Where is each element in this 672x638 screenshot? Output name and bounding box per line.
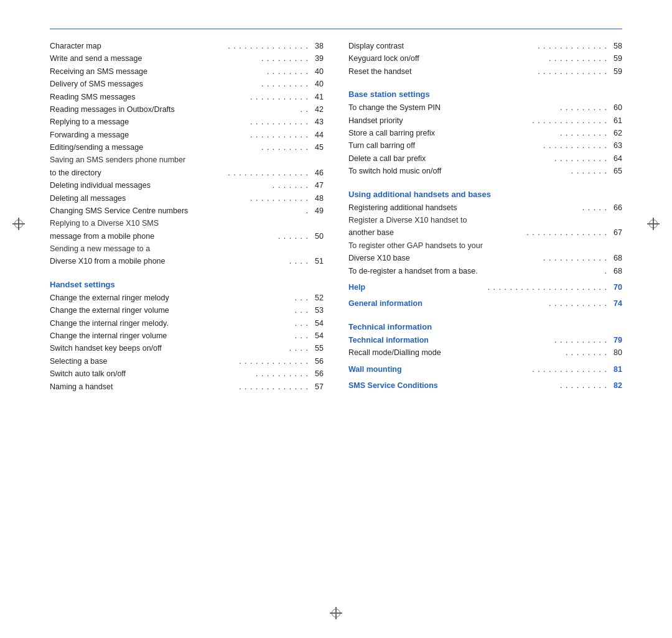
entry-dots: . . . . . . . . . [179, 53, 310, 65]
entry-text: Turn call barring off [348, 140, 477, 152]
entry-text: Recall mode/Dialling mode [348, 347, 477, 359]
toc-section-heading: Using additional handsets and bases [348, 188, 622, 201]
entry-text: Registering additional handsets [348, 202, 477, 214]
page: Character map . . . . . . . . . . . . . … [0, 0, 672, 638]
toc-entry: Reading messages in Outbox/Drafts . . 42 [50, 104, 324, 116]
toc-section-heading: Technical information [348, 321, 622, 333]
toc-entry: Selecting a base . . . . . . . . . . . .… [50, 356, 324, 368]
entry-text: Change the external ringer volume [50, 305, 179, 317]
toc-entry: Turn call barring off . . . . . . . . . … [348, 140, 622, 152]
toc-entry: Change the internal ringer melody. . . .… [50, 318, 324, 330]
toc-section-heading: Handset settings [50, 279, 324, 291]
entry-text: SMS Service Conditions [348, 380, 477, 392]
toc-entry: To register other GAP handsets to your [348, 240, 622, 252]
entry-dots: . . . . . . . . . . . [477, 53, 609, 65]
entry-text: Change the internal ringer volume [50, 330, 179, 342]
toc-entry: Wall mounting . . . . . . . . . . . . . … [348, 364, 622, 376]
entry-page: 56 [310, 356, 324, 368]
entry-dots: . . . . . . . . . . . . . [477, 66, 609, 78]
entry-page: 41 [310, 91, 324, 103]
entry-text: Editing/sending a message [50, 142, 179, 154]
toc-entry: Technical information . . . . . . . . . … [348, 335, 622, 346]
entry-dots: . . . . . . [179, 231, 310, 243]
entry-page: 50 [310, 231, 324, 243]
entry-text: Forwarding a message [50, 129, 179, 141]
entry-page: 42 [310, 104, 324, 116]
entry-page: 49 [310, 205, 324, 217]
entry-page: 54 [310, 318, 324, 330]
toc-entry: Diverse X10 base . . . . . . . . . . . .… [348, 252, 622, 264]
right-column: Display contrast . . . . . . . . . . . .… [348, 40, 622, 394]
entry-dots: . . [179, 104, 310, 116]
entry-page: 45 [310, 142, 324, 154]
entry-dots: . . . . . . . . . [179, 78, 310, 90]
entry-page: 80 [609, 347, 622, 359]
entry-dots: . . . . . . . . . . . [477, 298, 609, 310]
entry-text: Change the external ringer melody [50, 292, 179, 304]
toc-entry: Saving an SMS senders phone number [50, 154, 324, 166]
toc-entry: Deleting individual messages . . . . . .… [50, 180, 324, 192]
entry-text: Reading SMS messages [50, 91, 179, 103]
entry-text: Technical information [348, 335, 477, 346]
toc-entry: Change the external ringer volume . . . … [50, 305, 324, 317]
entry-dots: . . . . . . . [179, 180, 310, 192]
entry-dots: . . . . . . . . . . . [179, 116, 310, 128]
toc-entry: Delete a call bar prefix . . . . . . . .… [348, 153, 622, 165]
entry-dots: . . . . . . . . [179, 66, 310, 78]
entry-text: To switch hold music on/off [348, 165, 477, 177]
entry-text: Sending a new message to a [50, 243, 324, 255]
toc-entry: Store a call barring prefix . . . . . . … [348, 127, 622, 139]
entry-text: To change the System PIN [348, 102, 477, 114]
toc-entry: message from a mobile phone . . . . . . … [50, 231, 324, 243]
entry-text: Diverse X10 from a mobile phone [50, 256, 179, 267]
entry-text: Register a Diverse X10 handset to [348, 215, 622, 226]
entry-text: Receiving an SMS message [50, 66, 179, 78]
page-header [0, 6, 672, 24]
entry-page: 58 [609, 40, 622, 52]
top-header [0, 0, 672, 6]
entry-page: 43 [310, 116, 324, 128]
entry-page: 59 [609, 66, 622, 78]
toc-entry: Reset the handset . . . . . . . . . . . … [348, 66, 622, 78]
entry-text: Character map [50, 40, 179, 52]
entry-text: another base [348, 227, 477, 239]
entry-dots: . . . . . . . . . . . . . . . [179, 40, 310, 52]
toc-entry: Sending a new message to a [50, 243, 324, 255]
toc-entry: To de-register a handset from a base. . … [348, 266, 622, 277]
entry-dots: . . . . . . . . [477, 347, 609, 359]
toc-entry: To change the System PIN . . . . . . . .… [348, 102, 622, 114]
entry-text: message from a mobile phone [50, 231, 179, 243]
entry-text: Keyguard lock on/off [348, 53, 477, 65]
entry-dots: . [188, 205, 310, 217]
toc-entry: Deleting all messages . . . . . . . . . … [50, 193, 324, 205]
entry-page: 40 [310, 66, 324, 78]
entry-page: 40 [310, 78, 324, 90]
entry-page: 68 [609, 252, 622, 264]
entry-text: Change the internal ringer melody. [50, 318, 179, 330]
toc-entry: Change the external ringer melody . . . … [50, 292, 324, 304]
entry-text: Deleting individual messages [50, 180, 179, 192]
toc-section-heading: Base station settings [348, 88, 622, 101]
entry-page: 61 [609, 115, 622, 127]
entry-dots: . . . [179, 305, 310, 317]
entry-text: Switch auto talk on/off [50, 368, 179, 380]
entry-text: Deleting all messages [50, 193, 179, 205]
entry-page: 55 [310, 343, 324, 354]
toc-entry: Diverse X10 from a mobile phone . . . . … [50, 256, 324, 267]
entry-text: Delete a call bar prefix [348, 153, 477, 165]
crosshair-left [12, 218, 25, 230]
entry-dots: . . . . . . . [477, 165, 609, 177]
entry-text: Delivery of SMS messages [50, 78, 179, 90]
toc-entry: Switch auto talk on/off . . . . . . . . … [50, 368, 324, 380]
toc-entry: Forwarding a message . . . . . . . . . .… [50, 129, 324, 141]
toc-entry: Editing/sending a message . . . . . . . … [50, 142, 324, 154]
toc-entry: To switch hold music on/off . . . . . . … [348, 165, 622, 177]
toc-content: Character map . . . . . . . . . . . . . … [0, 40, 672, 394]
entry-page: 54 [310, 330, 324, 342]
entry-dots: . . . . . . . . . . . . . . [477, 364, 609, 376]
left-column: Character map . . . . . . . . . . . . . … [50, 40, 324, 394]
entry-dots: . . . . . . . . . [477, 380, 609, 392]
entry-dots: . . . [179, 318, 310, 330]
entry-page: 59 [609, 53, 622, 65]
entry-dots: . . . . . . . . . . . . . . . [179, 167, 310, 179]
